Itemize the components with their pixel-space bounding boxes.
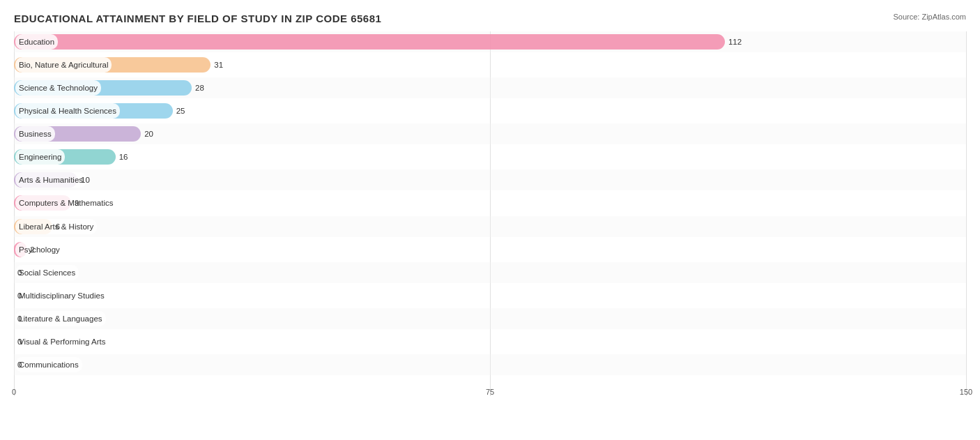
x-tick-label: 150	[960, 388, 972, 396]
bar-row: Liberal Arts & History6	[14, 216, 966, 237]
bar-label: Psychology	[15, 242, 63, 257]
bar-row: Business20	[14, 123, 966, 144]
chart-area: Education112Bio, Nature & Agricultural31…	[14, 31, 966, 396]
bar-row: Arts & Humanities10	[14, 169, 966, 190]
bar-value: 16	[119, 153, 128, 161]
bar-label: Science & Technology	[15, 80, 101, 96]
bar-value: 10	[81, 176, 90, 184]
bar-label: Education	[15, 34, 58, 50]
bar-value: 0	[17, 291, 22, 300]
chart-source: Source: ZipAtlas.com	[893, 13, 966, 21]
bar-value: 112	[728, 38, 742, 46]
x-tick-label: 0	[12, 388, 16, 396]
bar-row: Engineering16	[14, 146, 966, 167]
bar-value: 0	[17, 314, 22, 323]
bar-label: Multidisciplinary Studies	[15, 288, 108, 303]
bar-value: 0	[17, 361, 22, 369]
bar-fill	[14, 34, 725, 50]
chart-container: EDUCATIONAL ATTAINMENT BY FIELD OF STUDY…	[0, 0, 980, 440]
bar-row: Education112	[14, 31, 966, 52]
bar-row: Literature & Languages0	[14, 308, 966, 329]
bar-row: Visual & Performing Arts0	[14, 331, 966, 352]
bar-label: Bio, Nature & Agricultural	[15, 57, 112, 73]
bar-label: Visual & Performing Arts	[15, 334, 109, 349]
bar-row: Computers & Mathematics9	[14, 192, 966, 213]
bar-value: 0	[17, 268, 22, 277]
bar-label: Literature & Languages	[15, 311, 106, 326]
bar-row: Science & Technology28	[14, 77, 966, 98]
bar-value: 28	[195, 84, 204, 92]
x-axis: 075150	[14, 379, 966, 396]
bars-section: Education112Bio, Nature & Agricultural31…	[14, 31, 966, 375]
x-tick-label: 75	[486, 388, 494, 396]
bar-label: Business	[15, 126, 55, 142]
bar-row: Social Sciences0	[14, 262, 966, 283]
bar-label: Engineering	[15, 149, 65, 165]
bar-row: Psychology2	[14, 239, 966, 260]
bar-label: Communications	[15, 357, 82, 372]
bar-label: Computers & Mathematics	[15, 195, 117, 211]
bar-row: Bio, Nature & Agricultural31	[14, 54, 966, 75]
bar-value: 20	[144, 130, 153, 138]
chart-title: EDUCATIONAL ATTAINMENT BY FIELD OF STUDY…	[14, 13, 966, 24]
bar-value: 31	[214, 61, 223, 69]
bar-value: 0	[17, 337, 22, 346]
bar-row: Communications0	[14, 354, 966, 375]
bar-label: Physical & Health Sciences	[15, 103, 120, 119]
bar-row: Multidisciplinary Studies0	[14, 285, 966, 306]
bar-label: Social Sciences	[15, 265, 79, 280]
bar-label: Arts & Humanities	[15, 172, 86, 188]
bar-value: 25	[176, 107, 185, 115]
bar-row: Physical & Health Sciences25	[14, 100, 966, 121]
bar-value: 6	[56, 222, 60, 231]
bar-value: 2	[30, 245, 34, 254]
bar-value: 9	[75, 199, 79, 207]
